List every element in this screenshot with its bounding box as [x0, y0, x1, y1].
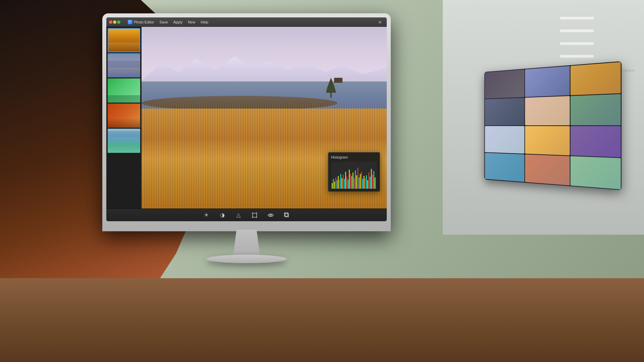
- svg-rect-22: [354, 178, 355, 189]
- svg-rect-34: [368, 173, 369, 189]
- svg-rect-6: [334, 182, 335, 189]
- svg-rect-11: [340, 174, 341, 189]
- eye-icon[interactable]: [266, 210, 275, 220]
- svg-rect-13: [343, 175, 344, 189]
- laptop-screen: [484, 61, 622, 190]
- photo-editor-app: Photo Editor Save Apply New: [106, 17, 387, 221]
- svg-rect-31: [365, 178, 366, 189]
- thumbnail-item-4[interactable]: [108, 104, 140, 128]
- svg-rect-12: [341, 178, 342, 189]
- laptop-photo-grid: [484, 61, 622, 190]
- crop-icon[interactable]: [250, 210, 259, 220]
- canvas-area[interactable]: Histogram: [142, 27, 387, 208]
- save-menu-item[interactable]: Save: [157, 17, 171, 27]
- svg-rect-35: [370, 177, 371, 189]
- svg-rect-2: [129, 22, 130, 23]
- histogram-svg: [331, 162, 377, 189]
- svg-rect-7: [335, 177, 336, 189]
- hamburger-menu-icon[interactable]: ≡: [376, 19, 384, 25]
- svg-rect-20: [351, 176, 352, 189]
- svg-rect-26: [359, 177, 360, 189]
- layers-icon[interactable]: [282, 210, 291, 220]
- contrast-icon[interactable]: ◑: [218, 210, 227, 220]
- desk-surface: [0, 278, 644, 362]
- thumbnail-item-3[interactable]: [108, 78, 140, 103]
- svg-rect-3: [130, 22, 131, 23]
- svg-rect-18: [349, 170, 350, 189]
- titlebar: Photo Editor Save Apply New: [106, 17, 387, 27]
- svg-rect-5: [333, 179, 334, 189]
- histogram-chart: [331, 162, 377, 189]
- titlebar-right: ≡: [376, 19, 384, 25]
- svg-rect-8: [336, 180, 337, 189]
- svg-rect-19: [350, 174, 351, 189]
- grid-cell-4: [485, 98, 525, 126]
- brightness-icon[interactable]: ☀: [202, 210, 211, 220]
- svg-rect-29: [362, 179, 363, 189]
- monitor: Photo Editor Save Apply New: [102, 13, 391, 231]
- monitor-stand-base: [206, 255, 287, 263]
- svg-rect-27: [360, 174, 361, 189]
- maximize-button[interactable]: [117, 20, 120, 24]
- monitor-frame: Photo Editor Save Apply New: [102, 13, 391, 231]
- svg-point-49: [270, 214, 272, 216]
- svg-rect-14: [344, 179, 345, 189]
- grid-cell-5: [525, 96, 570, 125]
- svg-rect-37: [372, 175, 373, 189]
- svg-rect-1: [130, 21, 131, 22]
- app-icon: [128, 20, 132, 24]
- svg-rect-36: [371, 169, 372, 189]
- grid-cell-1: [485, 69, 525, 99]
- grid-cell-11: [525, 154, 570, 185]
- main-content: Histogram: [106, 27, 387, 208]
- new-label: New: [188, 20, 195, 24]
- thumbnail-item-1[interactable]: [108, 28, 140, 52]
- help-menu-item[interactable]: Help: [198, 17, 211, 27]
- grid-cell-8: [525, 126, 570, 156]
- svg-rect-16: [346, 177, 347, 189]
- apply-menu-item[interactable]: Apply: [171, 17, 185, 27]
- menu-bar: Photo Editor Save Apply New: [125, 17, 211, 27]
- grid-cell-7: [485, 126, 525, 154]
- svg-rect-24: [356, 175, 357, 189]
- svg-rect-23: [355, 170, 356, 189]
- thumbnail-sidebar: [106, 27, 142, 208]
- save-label: Save: [160, 20, 168, 24]
- histogram-title: Histogram: [331, 155, 377, 159]
- wall-strip-1: [560, 17, 594, 19]
- svg-rect-21: [353, 173, 354, 189]
- app-title-label: Photo Editor: [134, 20, 154, 24]
- svg-rect-10: [339, 180, 340, 189]
- histogram-panel: Histogram: [328, 152, 380, 192]
- svg-rect-33: [367, 180, 368, 189]
- grid-cell-10: [485, 153, 525, 182]
- monitor-screen: Photo Editor Save Apply New: [106, 17, 387, 221]
- grid-cell-9: [570, 126, 621, 157]
- wall-strip-2: [560, 29, 594, 32]
- svg-rect-4: [332, 183, 333, 189]
- svg-rect-30: [364, 176, 365, 189]
- svg-rect-39: [375, 177, 376, 189]
- minimize-button[interactable]: [113, 20, 116, 24]
- thumbnail-item-5[interactable]: [108, 129, 140, 153]
- thumbnail-item-2[interactable]: [108, 53, 140, 77]
- titlebar-left: Photo Editor Save Apply New: [109, 17, 211, 27]
- laptop-brand-label: Ragnar it: [622, 69, 634, 72]
- svg-rect-32: [366, 175, 367, 189]
- grid-cell-6: [570, 94, 621, 125]
- triangle-tool-icon[interactable]: △: [234, 210, 243, 220]
- svg-rect-28: [361, 172, 362, 189]
- svg-rect-9: [338, 176, 339, 189]
- help-label: Help: [201, 20, 208, 24]
- svg-rect-17: [347, 180, 348, 189]
- wall-strip-3: [560, 42, 594, 45]
- new-menu-item[interactable]: New: [185, 17, 198, 27]
- laptop: Ragnar it: [476, 67, 644, 268]
- svg-rect-15: [345, 172, 346, 189]
- grid-cell-2: [525, 66, 570, 97]
- svg-rect-0: [129, 21, 130, 22]
- close-button[interactable]: [109, 20, 112, 24]
- wall-strip-4: [560, 55, 594, 58]
- apply-label: Apply: [173, 20, 183, 24]
- app-menu-item[interactable]: Photo Editor: [125, 17, 157, 27]
